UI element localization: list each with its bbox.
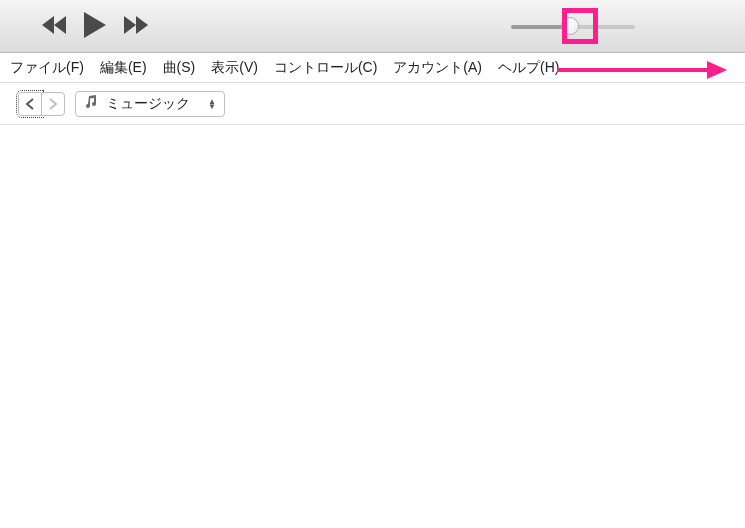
rewind-icon <box>42 16 66 34</box>
fast-forward-icon <box>124 16 148 34</box>
content-area <box>0 125 745 528</box>
music-note-icon <box>84 95 98 112</box>
nav-buttons <box>18 92 65 116</box>
menu-edit[interactable]: 編集(E) <box>100 59 147 77</box>
menu-view[interactable]: 表示(V) <box>211 59 258 77</box>
menu-account[interactable]: アカウント(A) <box>393 59 482 77</box>
volume-thumb[interactable] <box>561 17 579 35</box>
playback-bar <box>0 0 745 53</box>
chevron-updown-icon: ▲▼ <box>208 99 216 109</box>
svg-marker-4 <box>136 16 148 34</box>
back-button[interactable] <box>18 92 42 116</box>
library-selector[interactable]: ミュージック ▲▼ <box>75 91 225 117</box>
nav-toolbar: ミュージック ▲▼ <box>0 83 745 125</box>
volume-track-filled <box>511 25 567 29</box>
svg-marker-6 <box>707 61 727 79</box>
play-button[interactable] <box>84 12 106 38</box>
annotation-arrow-icon <box>557 61 727 79</box>
previous-button[interactable] <box>42 16 66 34</box>
menubar: ファイル(F) 編集(E) 曲(S) 表示(V) コントロール(C) アカウント… <box>0 53 745 83</box>
svg-marker-0 <box>42 16 54 34</box>
svg-marker-1 <box>54 16 66 34</box>
chevron-right-icon <box>48 98 58 110</box>
menu-help[interactable]: ヘルプ(H) <box>498 59 559 77</box>
menu-controls[interactable]: コントロール(C) <box>274 59 377 77</box>
menu-file[interactable]: ファイル(F) <box>10 59 84 77</box>
volume-slider[interactable] <box>511 24 635 30</box>
menu-song[interactable]: 曲(S) <box>163 59 196 77</box>
svg-marker-3 <box>124 16 136 34</box>
transport-controls <box>42 12 148 38</box>
forward-button[interactable] <box>41 92 65 116</box>
chevron-left-icon <box>25 98 35 110</box>
library-selector-label: ミュージック <box>106 95 200 113</box>
svg-marker-2 <box>84 12 106 38</box>
play-icon <box>84 12 106 38</box>
next-button[interactable] <box>124 16 148 34</box>
